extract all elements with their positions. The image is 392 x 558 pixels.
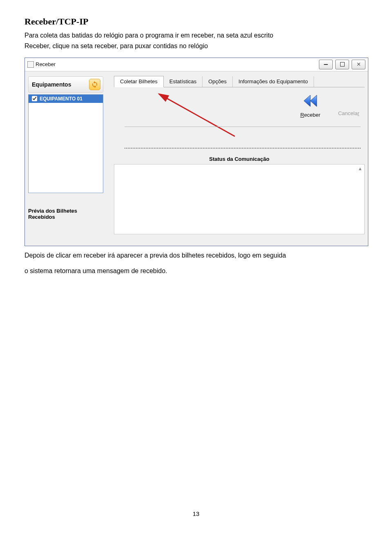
equipment-checkbox[interactable] (32, 96, 37, 101)
status-comunicacao-label: Status da Comunicação (114, 156, 365, 162)
tab-strip: Coletar Bilhetes Estatísticas Opções Inf… (114, 75, 365, 87)
dotted-divider (125, 148, 361, 149)
rewind-arrow-icon (302, 92, 319, 111)
after-paragraph-line2: o sistema retornara uma mensagem de rece… (24, 267, 368, 276)
section-heading: Receber/TCP-IP (24, 16, 368, 27)
scroll-up-icon[interactable]: ▲ (357, 165, 363, 172)
equipment-list-item[interactable]: EQUIPAMENTO 01 (29, 95, 103, 103)
tab-informacoes-equipamento[interactable]: Informações do Equipamento (233, 76, 314, 87)
tab-body: Receber Cancelar Status da Comunicação ▲ (114, 87, 365, 242)
divider-line (125, 127, 361, 127)
intro-paragraph-line2: Receber, clique na seta receber, para pu… (24, 42, 368, 51)
previa-label: Prévia dos Bilhetes Recebidos (28, 208, 103, 220)
tab-opcoes[interactable]: Opções (203, 76, 233, 87)
tab-estatisticas[interactable]: Estatísticas (164, 76, 203, 87)
equipment-item-label: EQUIPAMENTO 01 (40, 96, 82, 102)
left-panel: Equipamentos EQUIPAMENTO 01 Prévia dos B… (25, 71, 107, 246)
cancelar-button[interactable]: Cancelar (334, 92, 363, 116)
refresh-icon[interactable] (89, 79, 100, 90)
minimize-button[interactable] (319, 60, 333, 69)
app-icon (27, 61, 34, 68)
after-paragraph-line1: Depois de clicar em receber irá aparecer… (24, 251, 368, 260)
receber-button[interactable]: Receber (296, 92, 325, 118)
intro-paragraph-line1: Para coleta das batidas do relógio para … (24, 31, 368, 40)
status-text-area[interactable]: ▲ (114, 164, 365, 234)
equipamentos-header[interactable]: Equipamentos (28, 76, 103, 93)
close-button[interactable]: ✕ (352, 60, 365, 69)
svg-line-0 (159, 94, 235, 136)
annotation-arrow-icon (153, 91, 239, 140)
receber-window: Receber ✕ Equipamentos EQUIPAMENTO (24, 58, 368, 246)
receber-label: Receber (300, 112, 320, 118)
page-number: 13 (0, 510, 392, 517)
equipment-list[interactable]: EQUIPAMENTO 01 (28, 94, 103, 193)
cancelar-label: Cancelar (338, 110, 359, 116)
equipamentos-label: Equipamentos (32, 81, 71, 88)
window-titlebar[interactable]: Receber ✕ (25, 58, 368, 71)
right-panel: Coletar Bilhetes Estatísticas Opções Inf… (107, 71, 368, 246)
maximize-button[interactable] (335, 60, 349, 69)
tab-coletar-bilhetes[interactable]: Coletar Bilhetes (114, 76, 164, 87)
window-title: Receber (36, 61, 56, 67)
